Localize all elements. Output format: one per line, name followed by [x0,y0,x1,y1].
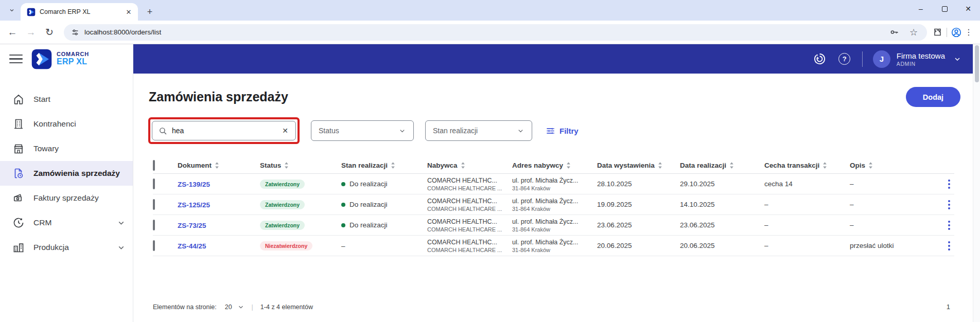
browser-profile-icon[interactable] [950,26,962,39]
forward-icon[interactable]: → [23,24,39,41]
column-header-adres-nabywcy[interactable]: Adres nabywcy [512,162,597,169]
chevron-down-icon [117,219,126,227]
chat-assistant-icon[interactable] [813,52,827,66]
url-bar[interactable]: localhost:8000/orders/list ☆ [64,24,927,41]
row-menu-icon[interactable] [948,180,950,189]
table-row: ZS-125/25ZatwierdzonyDo realizacjiCOMARC… [153,194,954,215]
sidebar-item-produkcja[interactable]: Produkcja [0,235,133,260]
per-page-value: 20 [225,303,232,311]
document-link[interactable]: ZS-125/25 [178,201,210,209]
new-tab-button[interactable]: + [143,5,156,19]
column-header-cecha-transakcji[interactable]: Cecha transakcji [764,162,850,169]
stan-realizacji-dropdown[interactable]: Stan realizacji [425,120,532,141]
sort-icon[interactable] [215,162,219,169]
cecha-cell: – [764,221,850,229]
browser-window: Comarch ERP XL ✕ + – ✕ ← → ↻ localhost:8… [0,0,980,322]
sort-icon[interactable] [658,162,662,169]
order-document-icon [12,167,25,180]
brand-text: COMARCH ERP XL [57,51,89,66]
adres-cell: ul. prof. Michała Życz...31-864 Kraków [512,177,597,191]
browser-tab[interactable]: Comarch ERP XL ✕ [21,3,138,21]
password-key-icon[interactable] [888,26,900,39]
scrollbar-thumb[interactable] [975,45,979,82]
page-scrollbar[interactable] [973,44,980,322]
sort-icon[interactable] [284,162,289,169]
column-header-dokument[interactable]: Dokument [178,162,260,169]
window-minimize-button[interactable]: – [909,1,933,16]
user-menu[interactable]: J Firma testowa ADMIN [873,50,961,68]
column-header-status[interactable]: Status [260,162,341,169]
sort-icon[interactable] [461,162,465,169]
column-label: Dokument [178,162,212,169]
column-header-stan-realizacji[interactable]: Stan realizacji [341,162,427,169]
row-checkbox[interactable] [153,178,155,189]
back-icon[interactable]: ← [4,24,21,41]
search-input[interactable] [172,127,281,135]
data-wystawienia-cell: 23.06.2025 [597,221,680,229]
select-all-checkbox[interactable] [153,160,155,171]
clear-search-icon[interactable]: ✕ [281,126,289,136]
per-page-select[interactable]: 20 [225,303,244,311]
document-link[interactable]: ZS-73/25 [178,222,206,229]
column-header-opis[interactable]: Opis [850,162,934,169]
sidebar-item-faktury-sprzedazy[interactable]: Faktury sprzedaży [0,186,133,210]
document-link[interactable]: ZS-139/25 [178,181,210,188]
nabywca-cell: COMARCH HEALTHC...COMARCH HEALTHCARE ... [427,198,512,212]
row-menu-icon[interactable] [948,200,950,209]
sort-icon[interactable] [822,162,827,169]
stan-empty: – [341,242,345,250]
store-icon [12,142,25,155]
tab-search-chevron-icon[interactable] [6,5,18,16]
window-maximize-button[interactable] [933,1,956,16]
cecha-cell: – [764,242,850,249]
data-realizacji-cell: 29.10.2025 [680,180,764,188]
sort-icon[interactable] [391,162,395,169]
sidebar-item-zamowienia-sprzedazy[interactable]: Zamówienia sprzedaży [0,161,133,186]
tab-close-icon[interactable]: ✕ [125,8,133,16]
row-menu-icon[interactable] [948,221,950,230]
building-icon [12,118,25,130]
column-label: Stan realizacji [341,162,388,169]
document-link[interactable]: ZS-44/25 [178,242,206,250]
window-close-button[interactable]: ✕ [956,1,980,16]
favicon-comarch-icon [27,8,36,16]
bookmark-star-icon[interactable]: ☆ [907,26,920,39]
chevron-down-icon [237,303,244,311]
factory-icon [12,241,25,254]
sort-icon[interactable] [566,162,571,169]
main-area: ? J Firma testowa ADMIN Zamówienia sprze… [133,44,973,322]
column-header-data-wystawienia[interactable]: Data wystawienia [597,162,680,169]
row-menu-icon[interactable] [948,241,950,251]
footer-separator: | [252,303,253,311]
company-name: Firma testowa [897,51,945,61]
hamburger-menu-icon[interactable] [9,52,23,66]
sort-icon[interactable] [868,162,873,169]
column-header-nabywca[interactable]: Nabywca [427,162,512,169]
column-label: Status [260,162,281,169]
column-label: Nabywca [427,162,458,169]
site-settings-icon[interactable] [71,28,79,37]
row-checkbox[interactable] [153,240,155,251]
extensions-puzzle-icon[interactable] [931,26,943,39]
browser-menu-icon[interactable]: ⋮ [962,26,975,39]
sidebar-item-label: CRM [33,218,117,227]
row-checkbox[interactable] [153,220,155,230]
help-icon[interactable]: ? [837,52,852,66]
column-header-data-realizacji[interactable]: Data realizacji [680,162,764,169]
sidebar-item-crm[interactable]: CRM [0,210,133,235]
row-checkbox[interactable] [153,199,155,210]
sidebar-item-start[interactable]: Start [0,87,133,112]
status-dropdown[interactable]: Status [311,120,414,141]
filters-button[interactable]: Filtry [546,126,579,136]
sort-icon[interactable] [729,162,734,169]
add-button[interactable]: Dodaj [906,87,960,107]
column-label: Data realizacji [680,162,726,169]
adres-cell: ul. prof. Michała Życz...31-864 Kraków [512,218,597,232]
sidebar-item-kontrahenci[interactable]: Kontrahenci [0,112,133,136]
data-wystawienia-cell: 20.06.2025 [597,242,680,249]
browser-toolbar: ← → ↻ localhost:8000/orders/list ☆ ⋮ [0,21,980,44]
refresh-icon[interactable]: ↻ [41,24,58,41]
sidebar-item-towary[interactable]: Towary [0,136,133,161]
search-annotation-highlight: ✕ [148,117,300,144]
search-box[interactable]: ✕ [152,121,296,140]
